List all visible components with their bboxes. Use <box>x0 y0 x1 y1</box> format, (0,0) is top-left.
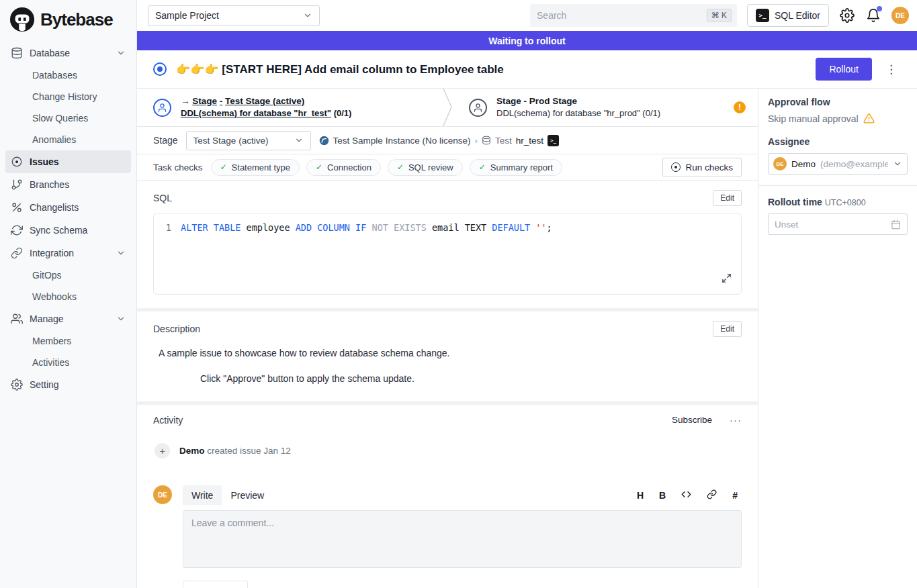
sidebar-item-database[interactable]: Database <box>5 42 131 64</box>
sql-edit-button[interactable]: Edit <box>713 190 742 206</box>
database-icon <box>482 136 491 145</box>
chevron-down-icon <box>116 314 126 324</box>
sidebar-item-label: Webhooks <box>32 291 126 302</box>
sidebar-item-databases[interactable]: Databases <box>5 64 131 86</box>
sidebar-item-label: Changelists <box>30 202 126 213</box>
assignee-avatar: DE <box>773 157 787 170</box>
check-pill-connection[interactable]: ✓ Connection <box>306 159 381 176</box>
stage-progress: (0/1) <box>334 108 352 118</box>
sidebar-item-label: GitOps <box>32 270 126 281</box>
open-sql-editor-icon[interactable]: >_ <box>548 135 559 146</box>
sidebar-item-integration[interactable]: Integration <box>5 242 131 264</box>
stage-select[interactable]: Test Stage (active) <box>186 131 311 150</box>
project-select[interactable]: Sample Project <box>148 5 320 26</box>
gear-icon <box>840 8 855 23</box>
instance-link[interactable]: Test Sample Instance (No license) <box>333 136 471 146</box>
users-icon <box>11 313 23 325</box>
bold-format-button[interactable]: B <box>659 490 666 501</box>
database-breadcrumb: Test Sample Instance (No license) › Test… <box>319 135 559 146</box>
assignee-name: Demo <box>791 159 816 169</box>
notification-dot <box>877 6 882 11</box>
description-section: Description Edit A sample issue to showc… <box>137 311 758 401</box>
check-pill-sql-review[interactable]: ✓ SQL review <box>388 159 463 176</box>
sidebar-item-label: Database <box>30 48 110 58</box>
sidebar-item-sync-schema[interactable]: Sync Schema <box>5 219 131 242</box>
sidebar-item-issues[interactable]: Issues <box>5 150 131 173</box>
issue-main-content: → Stage - Test Stage (active) DDL(schema… <box>137 89 758 588</box>
sidebar-item-gitops[interactable]: GitOps <box>5 264 131 286</box>
calendar-icon <box>891 219 901 230</box>
git-branch-icon <box>11 179 23 191</box>
database-link[interactable]: hr_test <box>516 136 543 146</box>
sidebar-item-members[interactable]: Members <box>5 330 131 352</box>
settings-gear-button[interactable] <box>839 7 855 23</box>
breadcrumb-separator: › <box>474 136 478 146</box>
check-pill-summary-report[interactable]: ✓ Summary report <box>470 159 562 176</box>
rollout-time-input[interactable]: Unset <box>768 213 908 235</box>
comment-submit-button[interactable]: Comment <box>183 581 248 588</box>
expand-fullscreen-icon[interactable] <box>722 273 732 286</box>
link-format-button[interactable] <box>707 489 717 501</box>
search-box[interactable]: ⌘ K <box>530 4 737 27</box>
search-input[interactable] <box>537 10 707 21</box>
issue-open-status-icon <box>153 62 167 76</box>
description-paragraph: Click "Approve" button to apply the sche… <box>200 373 742 384</box>
topbar: Sample Project ⌘ K >_ SQL Editor <box>137 0 917 31</box>
sidebar-item-label: Activities <box>32 357 126 368</box>
sync-refresh-icon <box>11 224 23 236</box>
sidebar-item-setting[interactable]: Setting <box>5 373 131 396</box>
sql-editor-button[interactable]: >_ SQL Editor <box>747 4 829 27</box>
chevron-down-icon <box>116 248 126 258</box>
description-edit-button[interactable]: Edit <box>713 321 742 337</box>
stage-user-icon <box>469 99 487 117</box>
status-banner: Waiting to rollout <box>137 31 917 50</box>
stage-task-link[interactable]: DDL(schema) for database "hr_test" <box>181 108 331 118</box>
hash-format-button[interactable]: # <box>732 490 738 501</box>
sidebar-item-changelists[interactable]: Changelists <box>5 196 131 219</box>
bytebase-logo[interactable]: Bytebase <box>0 0 136 38</box>
stage-card-test[interactable]: → Stage - Test Stage (active) DDL(schema… <box>137 89 442 126</box>
sidebar-item-label: Branches <box>30 179 126 190</box>
activity-menu-icon[interactable]: ··· <box>730 414 742 426</box>
brand-name: Bytebase <box>40 9 113 30</box>
activity-section: Activity Subscribe ··· + Demo created is… <box>137 405 758 588</box>
sidebar-item-label: Change History <box>32 91 126 102</box>
code-format-button[interactable] <box>681 489 691 501</box>
sidebar-item-label: Members <box>32 336 126 346</box>
rollout-time-placeholder: Unset <box>775 219 891 230</box>
stage-title: Stage - Prod Stage <box>496 95 660 108</box>
subscribe-button[interactable]: Subscribe <box>672 415 712 425</box>
activity-entry-text: Demo created issue Jan 12 <box>179 446 291 456</box>
kebab-menu-icon[interactable]: ⋮ <box>881 62 901 77</box>
tab-write[interactable]: Write <box>183 485 222 505</box>
sidebar-item-change-history[interactable]: Change History <box>5 86 131 107</box>
database-icon <box>11 47 23 59</box>
check-pill-label: Statement type <box>232 162 290 173</box>
run-checks-button[interactable]: Run checks <box>662 158 742 177</box>
comment-textarea[interactable] <box>183 510 742 568</box>
sidebar-item-manage[interactable]: Manage <box>5 307 131 330</box>
heading-format-button[interactable]: H <box>637 490 644 501</box>
assignee-label: Assignee <box>768 136 908 147</box>
sidebar-item-slow-queries[interactable]: Slow Queries <box>5 107 131 129</box>
stage-separator <box>442 89 453 126</box>
activity-actor: Demo <box>179 446 205 456</box>
gear-icon <box>11 379 23 391</box>
rollout-button[interactable]: Rollout <box>816 58 872 81</box>
check-icon: ✓ <box>220 162 227 172</box>
stage-card-prod[interactable]: Stage - Prod Stage DDL(schema) for datab… <box>453 89 758 126</box>
sidebar-item-webhooks[interactable]: Webhooks <box>5 286 131 307</box>
tab-preview[interactable]: Preview <box>222 485 273 505</box>
user-avatar[interactable]: DE <box>891 7 909 24</box>
sidebar-nav: Database Databases Change History Slow Q… <box>0 38 136 400</box>
notifications-bell-button[interactable] <box>865 7 881 23</box>
check-pill-statement-type[interactable]: ✓ Statement type <box>211 159 300 176</box>
sidebar-item-label: Sync Schema <box>30 225 126 236</box>
assignee-select[interactable]: DE Demo (demo@example <box>768 153 908 175</box>
sidebar-item-activities[interactable]: Activities <box>5 352 131 373</box>
sidebar-item-anomalies[interactable]: Anomalies <box>5 129 131 150</box>
sql-editor-label: SQL Editor <box>775 10 820 21</box>
check-icon: ✓ <box>479 162 486 172</box>
sql-code-editor[interactable]: 1 ALTER TABLE employee ADD COLUMN IF NOT… <box>153 213 742 295</box>
sidebar-item-branches[interactable]: Branches <box>5 173 131 196</box>
